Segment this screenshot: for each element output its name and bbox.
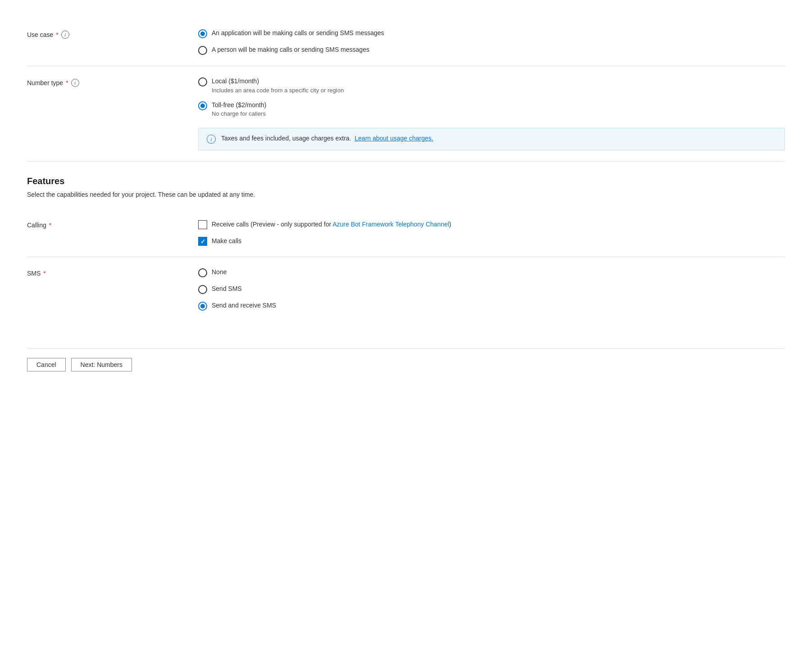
- sms-send-receive-option[interactable]: Send and receive SMS: [198, 301, 785, 311]
- sms-controls: None Send SMS Send and receive SMS: [198, 268, 785, 311]
- use-case-label: Use case * i: [27, 31, 198, 39]
- calling-controls: Receive calls (Preview - only supported …: [198, 220, 785, 246]
- number-type-row: Number type * i Local ($1/month) Include…: [27, 66, 785, 161]
- make-calls-label: Make calls: [212, 236, 241, 246]
- use-case-app-radio-inner: [200, 32, 205, 36]
- sms-label-text: SMS: [27, 270, 41, 277]
- sms-label: SMS *: [27, 270, 198, 277]
- sms-send-radio[interactable]: [198, 285, 207, 294]
- number-type-local-label: Local ($1/month): [212, 77, 344, 86]
- number-type-label: Number type * i: [27, 79, 198, 87]
- receive-calls-label: Receive calls (Preview - only supported …: [212, 220, 451, 229]
- sms-none-option[interactable]: None: [198, 268, 785, 277]
- info-banner: i Taxes and fees included, usage charges…: [198, 128, 785, 150]
- info-banner-icon: i: [207, 135, 216, 144]
- sms-send-option[interactable]: Send SMS: [198, 285, 785, 294]
- use-case-controls: An application will be making calls or s…: [198, 29, 785, 55]
- use-case-row: Use case * i An application will be maki…: [27, 18, 785, 66]
- separator-2: [27, 161, 785, 162]
- calling-label-text: Calling: [27, 222, 46, 229]
- number-type-local-option[interactable]: Local ($1/month) Includes an area code f…: [198, 77, 785, 94]
- bottom-divider: [27, 348, 785, 349]
- calling-label-col: Calling *: [27, 220, 198, 229]
- calling-required: *: [49, 222, 51, 229]
- sms-label-col: SMS *: [27, 268, 198, 277]
- use-case-app-radio[interactable]: [198, 29, 207, 38]
- number-type-tollfree-label: Toll-free ($2/month): [212, 101, 266, 110]
- use-case-person-label: A person will be making calls or sending…: [212, 45, 369, 54]
- number-type-tollfree-labels: Toll-free ($2/month) No charge for calle…: [212, 101, 266, 118]
- use-case-info-icon[interactable]: i: [61, 31, 69, 39]
- number-type-local-labels: Local ($1/month) Includes an area code f…: [212, 77, 344, 94]
- features-title: Features: [27, 176, 785, 186]
- use-case-app-option[interactable]: An application will be making calls or s…: [198, 29, 785, 38]
- number-type-local-sublabel: Includes an area code from a specific ci…: [212, 87, 344, 94]
- number-type-required: *: [66, 79, 68, 86]
- sms-send-receive-radio-inner: [200, 304, 205, 308]
- sms-send-receive-label: Send and receive SMS: [212, 301, 276, 310]
- sms-required: *: [43, 270, 45, 277]
- use-case-person-radio[interactable]: [198, 46, 207, 55]
- info-banner-text-content: Taxes and fees included, usage charges e…: [221, 135, 351, 142]
- form-section: Use case * i An application will be maki…: [27, 18, 785, 321]
- number-type-controls: Local ($1/month) Includes an area code f…: [198, 77, 785, 150]
- number-type-label-col: Number type * i: [27, 77, 198, 87]
- sms-row: SMS * None Send SMS: [27, 257, 785, 321]
- receive-calls-option[interactable]: Receive calls (Preview - only supported …: [198, 220, 785, 229]
- cancel-button[interactable]: Cancel: [27, 358, 66, 371]
- features-subtitle: Select the capabilities needed for your …: [27, 191, 785, 198]
- number-type-local-radio[interactable]: [198, 77, 207, 86]
- use-case-person-option[interactable]: A person will be making calls or sending…: [198, 45, 785, 55]
- use-case-app-label: An application will be making calls or s…: [212, 29, 384, 38]
- use-case-label-text: Use case: [27, 31, 53, 38]
- sms-send-receive-radio[interactable]: [198, 302, 207, 311]
- azure-bot-link[interactable]: Azure Bot Framework Telephony Channel: [332, 221, 449, 228]
- use-case-label-col: Use case * i: [27, 29, 198, 39]
- make-calls-checkbox[interactable]: ✓: [198, 237, 207, 246]
- number-type-tollfree-radio[interactable]: [198, 101, 207, 110]
- number-type-tollfree-radio-inner: [200, 104, 205, 108]
- page-container: Use case * i An application will be maki…: [0, 0, 812, 389]
- receive-calls-label-suffix: ): [449, 221, 451, 228]
- learn-about-charges-link[interactable]: Learn about usage charges.: [355, 135, 433, 142]
- receive-calls-label-prefix: Receive calls (Preview - only supported …: [212, 221, 332, 228]
- number-type-tollfree-sublabel: No charge for callers: [212, 110, 266, 117]
- calling-row: Calling * Receive calls (Preview - only …: [27, 209, 785, 257]
- number-type-info-icon[interactable]: i: [71, 79, 79, 87]
- use-case-required: *: [56, 31, 58, 38]
- calling-label: Calling *: [27, 222, 198, 229]
- features-section: Features Select the capabilities needed …: [27, 176, 785, 321]
- receive-calls-checkbox[interactable]: [198, 220, 207, 229]
- number-type-label-text: Number type: [27, 79, 63, 86]
- sms-send-label: Send SMS: [212, 285, 242, 294]
- info-banner-text: Taxes and fees included, usage charges e…: [221, 135, 433, 142]
- actions-row: Cancel Next: Numbers: [27, 358, 785, 371]
- sms-none-label: None: [212, 268, 227, 277]
- next-numbers-button[interactable]: Next: Numbers: [71, 358, 132, 371]
- sms-none-radio[interactable]: [198, 268, 207, 277]
- make-calls-checkmark: ✓: [200, 239, 205, 244]
- make-calls-option[interactable]: ✓ Make calls: [198, 236, 785, 246]
- number-type-tollfree-option[interactable]: Toll-free ($2/month) No charge for calle…: [198, 101, 785, 118]
